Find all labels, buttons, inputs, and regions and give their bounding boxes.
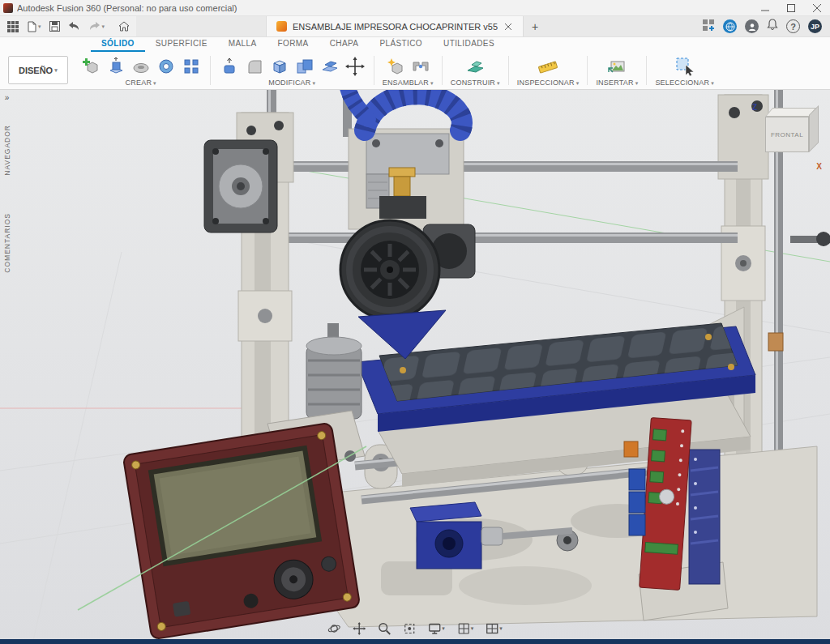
lcd-controller[interactable] xyxy=(123,423,361,640)
fusion-logo-icon xyxy=(276,21,287,32)
move-icon[interactable] xyxy=(344,56,366,77)
toolbar-group-crear: CREAR xyxy=(75,52,208,89)
combine-icon[interactable] xyxy=(294,56,315,77)
group-label-modificar[interactable]: MODIFICAR xyxy=(268,79,315,87)
ribbon-tab-solido[interactable]: SÓLIDO xyxy=(91,37,145,52)
viewcube[interactable]: Z FRONTAL X xyxy=(749,98,824,173)
group-label-crear[interactable]: CREAR xyxy=(126,79,156,87)
tab-close-icon[interactable] xyxy=(503,22,513,32)
sweep-icon[interactable] xyxy=(156,56,177,77)
viewcube-front-face[interactable]: FRONTAL xyxy=(765,117,809,152)
minimize-button[interactable] xyxy=(752,0,778,15)
maximize-button[interactable] xyxy=(778,0,804,15)
user-avatar[interactable]: JP xyxy=(808,19,822,33)
group-label-construir[interactable]: CONSTRUIR xyxy=(451,79,500,87)
z-coupler[interactable] xyxy=(306,323,362,419)
ribbon-toolbar: DISEÑO CREAR xyxy=(0,52,830,90)
measure-icon[interactable] xyxy=(537,56,558,77)
job-status-icon[interactable] xyxy=(723,19,737,33)
x-carriage-extruder[interactable] xyxy=(340,90,475,359)
undo-icon[interactable] xyxy=(66,19,83,33)
ribbon-tab-chapa[interactable]: CHAPA xyxy=(319,37,370,52)
toolbar-group-modificar: MODIFICAR xyxy=(213,52,371,89)
ribbon-tab-plastico[interactable]: PLÁSTICO xyxy=(369,37,433,52)
extensions-icon[interactable] xyxy=(702,19,715,35)
driver-board xyxy=(689,450,720,584)
fusion-360-window: Autodesk Fusion 360 (Personal: no para u… xyxy=(0,0,830,644)
panel-tab-comentarios[interactable]: COMENTARIOS xyxy=(3,213,11,273)
ribbon-tab-malla[interactable]: MALLA xyxy=(218,37,267,52)
toolbar-group-inspeccionar: INSPECCIONAR xyxy=(511,52,585,89)
extrude-icon[interactable] xyxy=(105,56,126,77)
revolve-icon[interactable] xyxy=(130,56,152,77)
home-icon[interactable] xyxy=(112,16,136,36)
taskbar-edge xyxy=(0,639,830,644)
pan-icon[interactable] xyxy=(350,621,368,637)
data-panel-grid-icon[interactable] xyxy=(5,19,21,34)
app-icon xyxy=(3,3,13,13)
zoom-icon[interactable] xyxy=(375,621,393,637)
document-tab[interactable]: ENSAMBLAJE IMPRESORA CHOCAPRINTER v55 xyxy=(266,16,524,36)
app-bar: ENSAMBLAJE IMPRESORA CHOCAPRINTER v55 + … xyxy=(0,16,830,37)
app-bar-right: ? JP xyxy=(694,16,830,36)
toolbar-group-insertar: INSERTAR xyxy=(590,52,644,89)
design-mode-dropdown[interactable]: DISEÑO xyxy=(8,56,68,84)
insert-image-icon[interactable] xyxy=(606,56,627,77)
viewports-icon[interactable]: ▾ xyxy=(483,621,505,637)
toolbar-group-ensamblar: ENSAMBLAR xyxy=(377,52,439,89)
display-settings-icon[interactable]: ▾ xyxy=(426,621,447,637)
title-bar: Autodesk Fusion 360 (Personal: no para u… xyxy=(0,0,830,16)
notifications-bell-icon[interactable] xyxy=(767,19,778,34)
viewcube-x-axis-label: X xyxy=(816,162,822,171)
ribbon-tab-utilidades[interactable]: UTILIDADES xyxy=(433,37,505,52)
toolbar-group-construir: CONSTRUIR xyxy=(445,52,506,89)
press-pull-icon[interactable] xyxy=(219,56,240,77)
document-title: ENSAMBLAJE IMPRESORA CHOCAPRINTER v55 xyxy=(293,22,498,32)
ribbon-tab-bar: SÓLIDO SUPERFICIE MALLA FORMA CHAPA PLÁS… xyxy=(0,37,830,52)
file-menu-icon[interactable] xyxy=(24,19,44,34)
new-solid-icon[interactable] xyxy=(80,56,101,77)
viewcube-z-axis-label: Z xyxy=(752,103,757,112)
presence-icon[interactable] xyxy=(745,19,759,33)
construction-plane-icon[interactable] xyxy=(464,56,486,77)
help-icon[interactable]: ? xyxy=(786,19,800,33)
save-icon[interactable] xyxy=(47,19,62,33)
joint-icon[interactable] xyxy=(410,56,431,77)
document-tab-strip: ENSAMBLAJE IMPRESORA CHOCAPRINTER v55 + xyxy=(136,16,694,36)
new-tab-button[interactable]: + xyxy=(524,16,546,36)
stepper-motor[interactable] xyxy=(204,140,277,232)
group-label-ensamblar[interactable]: ENSAMBLAR xyxy=(383,79,434,87)
fit-icon[interactable] xyxy=(400,621,418,637)
shell-icon[interactable] xyxy=(269,56,290,77)
quick-access-toolbar xyxy=(0,16,112,36)
orbit-icon[interactable] xyxy=(325,621,343,637)
fillet-icon[interactable] xyxy=(244,56,265,77)
viewcube-right-face[interactable] xyxy=(809,105,819,152)
toolbar-group-seleccionar: SELECCIONAR xyxy=(649,52,719,89)
ribbon-tab-superficie[interactable]: SUPERFICIE xyxy=(145,37,218,52)
panel-tab-navegador[interactable]: NAVEGADOR xyxy=(3,125,11,176)
pattern-icon[interactable] xyxy=(181,56,202,77)
left-panel-strip: » NAVEGADOR COMENTARIOS xyxy=(0,90,14,639)
redo-icon[interactable] xyxy=(86,19,108,33)
close-button[interactable] xyxy=(804,0,830,15)
expand-panels-icon[interactable]: » xyxy=(5,90,10,125)
select-window-icon[interactable] xyxy=(674,56,695,77)
cooling-fan xyxy=(340,220,439,319)
new-component-icon[interactable] xyxy=(385,56,406,77)
brass-fitting xyxy=(389,168,415,177)
split-icon[interactable] xyxy=(319,56,340,77)
viewport-3d[interactable]: » NAVEGADOR COMENTARIOS Z FRONTAL X xyxy=(0,90,830,644)
window-title: Autodesk Fusion 360 (Personal: no para u… xyxy=(17,3,752,13)
navigation-bar: ▾ ▾ ▾ xyxy=(325,621,505,637)
ribbon-tab-forma[interactable]: FORMA xyxy=(267,37,319,52)
group-label-insertar[interactable]: INSERTAR xyxy=(596,79,638,87)
viewport-3d-scene[interactable] xyxy=(0,90,830,644)
group-label-inspeccionar[interactable]: INSPECCIONAR xyxy=(517,79,580,87)
grid-snaps-icon[interactable]: ▾ xyxy=(455,621,477,637)
group-label-seleccionar[interactable]: SELECCIONAR xyxy=(655,79,713,87)
